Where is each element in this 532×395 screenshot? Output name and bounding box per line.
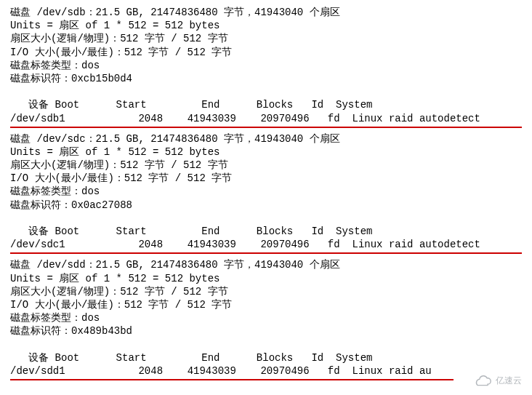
- partition-columns: 设备 Boot Start End Blocks Id System: [10, 351, 522, 364]
- disk-header: 磁盘 /dev/sdd：21.5 GB, 21474836480 字节，4194…: [10, 258, 522, 271]
- disk-units: Units = 扇区 of 1 * 512 = 512 bytes: [10, 19, 522, 32]
- partition-row: /dev/sdc1 2048 41943039 20970496 fd Linu…: [10, 238, 522, 251]
- disk-label-type: 磁盘标签类型：dos: [10, 311, 522, 324]
- blank-line: [10, 338, 522, 351]
- disk-header: 磁盘 /dev/sdc：21.5 GB, 21474836480 字节，4194…: [10, 132, 522, 145]
- disk-sector-size: 扇区大小(逻辑/物理)：512 字节 / 512 字节: [10, 159, 522, 172]
- disk-identifier: 磁盘标识符：0xcb15b0d4: [10, 72, 522, 85]
- disk-sector-size: 扇区大小(逻辑/物理)：512 字节 / 512 字节: [10, 285, 522, 298]
- highlight-underline: [10, 127, 522, 128]
- partition-row: /dev/sdb1 2048 41943039 20970496 fd Linu…: [10, 112, 522, 125]
- disk-sector-size: 扇区大小(逻辑/物理)：512 字节 / 512 字节: [10, 32, 522, 45]
- disk-label-type: 磁盘标签类型：dos: [10, 185, 522, 198]
- disk-identifier: 磁盘标识符：0x0ac27088: [10, 199, 522, 212]
- watermark-text: 亿速云: [496, 375, 522, 387]
- highlight-underline: [10, 379, 454, 380]
- partition-columns: 设备 Boot Start End Blocks Id System: [10, 225, 522, 238]
- terminal-output: 磁盘 /dev/sdb：21.5 GB, 21474836480 字节，4194…: [0, 0, 532, 395]
- watermark: 亿速云: [472, 375, 522, 388]
- disk-identifier: 磁盘标识符：0x489b43bd: [10, 324, 522, 338]
- partition-columns: 设备 Boot Start End Blocks Id System: [10, 98, 522, 111]
- disk-units: Units = 扇区 of 1 * 512 = 512 bytes: [10, 272, 522, 285]
- cloud-icon: [472, 375, 493, 388]
- blank-line: [10, 212, 522, 225]
- blank-line: [10, 85, 522, 98]
- disk-io-size: I/O 大小(最小/最佳)：512 字节 / 512 字节: [10, 298, 522, 311]
- highlight-underline: [10, 252, 522, 254]
- partition-row: /dev/sdd1 2048 41943039 20970496 fd Linu…: [10, 364, 522, 378]
- disk-io-size: I/O 大小(最小/最佳)：512 字节 / 512 字节: [10, 172, 522, 185]
- disk-io-size: I/O 大小(最小/最佳)：512 字节 / 512 字节: [10, 46, 522, 59]
- disk-label-type: 磁盘标签类型：dos: [10, 59, 522, 72]
- disk-header: 磁盘 /dev/sdb：21.5 GB, 21474836480 字节，4194…: [10, 6, 522, 19]
- disk-units: Units = 扇区 of 1 * 512 = 512 bytes: [10, 145, 522, 159]
